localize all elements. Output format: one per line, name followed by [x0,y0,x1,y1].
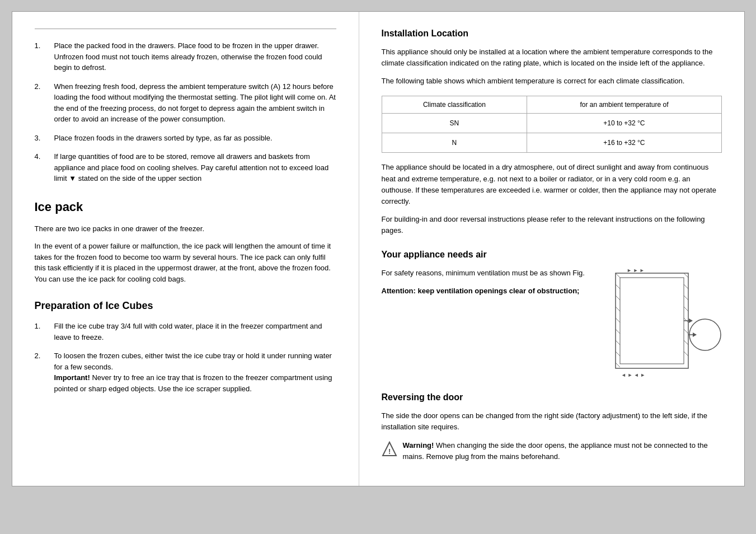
list-content: If large quantities of food are to be st… [54,151,336,184]
list-content: Place frozen foods in the drawers sorted… [54,133,336,144]
svg-text:!: ! [388,447,391,456]
table-cell-temp: +10 to +32 °C [527,114,721,133]
door-body1: The side the door opens can be changed f… [382,410,722,433]
warning-triangle-icon: ! [382,441,397,460]
page-container: 1. Place the packed food in the drawers.… [12,11,745,486]
icepack-heading: Ice pack [35,200,336,214]
important-text: Never try to free an ice tray that is fr… [54,373,332,393]
icecubes-heading: Preparation of Ice Cubes [35,300,336,312]
installation-body4: For building-in and door reversal instru… [382,214,722,236]
left-column: 1. Place the packed food in the drawers.… [12,12,359,486]
list-number: 1. [35,321,54,343]
svg-line-4 [616,296,620,300]
svg-line-17 [684,340,688,345]
list-number: 4. [35,151,54,184]
svg-line-13 [684,296,688,300]
svg-text:◄ ► ◄ ►: ◄ ► ◄ ► [621,372,645,378]
list-item: 2. To loosen the frozen cubes, either tw… [35,350,336,394]
list-text-part1: To loosen the frozen cubes, either twist… [54,352,332,371]
warning-text: When changing the side the door opens, t… [403,441,708,461]
table-header-col2: for an ambient temperature of [527,96,721,114]
right-column: Installation Location This appliance sho… [359,12,744,486]
svg-rect-0 [616,273,688,368]
svg-line-11 [684,273,688,278]
svg-marker-25 [689,318,693,323]
table-cell-temp: +16 to +32 °C [527,133,721,153]
svg-line-7 [616,329,620,334]
door-heading: Reversing the door [382,392,722,402]
icepack-body2: In the event of a power failure or malfu… [35,241,336,284]
svg-line-10 [616,363,620,367]
main-list: 1. Place the packed food in the drawers.… [35,40,336,184]
svg-line-9 [616,352,620,356]
door-warning: Warning! When changing the side the door… [403,440,722,462]
climate-table: Climate classification for an ambient te… [382,96,722,153]
list-number: 1. [35,40,54,73]
list-content: To loosen the frozen cubes, either twist… [54,350,336,394]
warning-block: ! Warning! When changing the side the do… [382,440,722,469]
installation-body2: The following table shows which ambient … [382,76,722,87]
air-section: For safety reasons, minimum ventilation … [382,268,722,381]
air-heading: Your appliance needs air [382,250,722,260]
table-cell-classification: SN [382,114,527,133]
ventilation-svg: ► ► ► ◄ ► ◄ ► [610,268,722,380]
attention-text: Attention: keep ventilation openings cle… [382,287,580,295]
list-content: When freezing fresh food, depress the am… [54,81,336,125]
list-item: 3. Place frozen foods in the drawers sor… [35,133,336,144]
svg-line-5 [616,307,620,311]
svg-line-2 [616,273,620,278]
list-number: 3. [35,133,54,144]
table-header-col1: Climate classification [382,96,527,114]
installation-body1: This appliance should only be installed … [382,46,722,69]
list-content: Place the packed food in the drawers. Pl… [54,40,336,73]
air-body1: For safety reasons, minimum ventilation … [382,268,599,279]
list-item: 2. When freezing fresh food, depress the… [35,81,336,125]
list-number: 2. [35,81,54,125]
list-item: 1. Fill the ice cube tray 3/4 full with … [35,321,336,343]
installation-heading: Installation Location [382,29,722,39]
list-number: 2. [35,350,54,394]
list-item: 4. If large quantities of food are to be… [35,151,336,184]
icepack-body1: There are two ice packs in one drawer of… [35,223,336,235]
svg-line-12 [684,284,688,289]
svg-line-15 [684,318,688,322]
svg-marker-23 [693,332,697,337]
svg-rect-1 [620,278,684,364]
svg-text:► ► ►: ► ► ► [627,268,645,273]
air-body2: Attention: keep ventilation openings cle… [382,285,599,297]
air-text-block: For safety reasons, minimum ventilation … [382,268,599,303]
svg-line-18 [684,352,688,356]
warning-label: Warning! [403,441,434,449]
top-divider [35,29,336,29]
table-row: N +16 to +32 °C [382,133,721,153]
important-label: Important! [54,373,90,382]
table-cell-classification: N [382,133,527,153]
svg-line-3 [616,284,620,289]
svg-line-14 [684,307,688,311]
ventilation-diagram: ► ► ► ◄ ► ◄ ► [610,268,722,381]
svg-line-8 [616,340,620,345]
svg-line-6 [616,318,620,322]
icecubes-list: 1. Fill the ice cube tray 3/4 full with … [35,321,336,394]
list-item: 1. Place the packed food in the drawers.… [35,40,336,73]
table-row: SN +10 to +32 °C [382,114,721,133]
svg-line-16 [684,329,688,334]
installation-body3: The appliance should be located in a dry… [382,162,722,207]
list-content: Fill the ice cube tray 3/4 full with col… [54,321,336,343]
